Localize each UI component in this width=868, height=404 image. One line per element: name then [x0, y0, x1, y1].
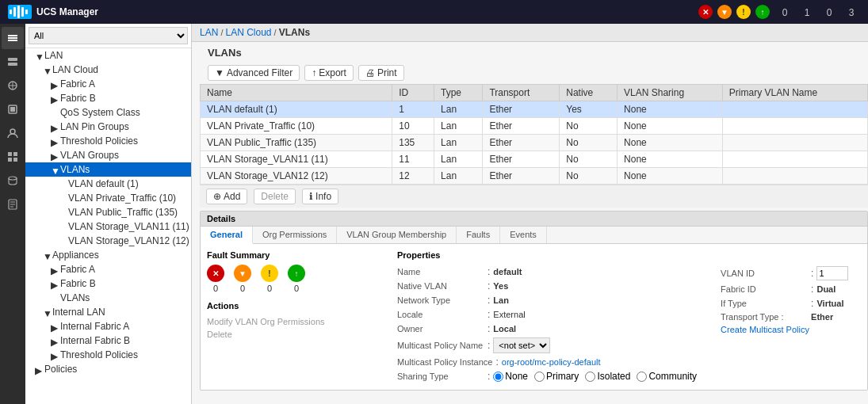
- nav-storage-icon[interactable]: [2, 170, 24, 192]
- info-button[interactable]: ℹ Info: [302, 189, 338, 204]
- tree-label: Appliances: [52, 250, 99, 261]
- tab-org-permissions[interactable]: Org Permissions: [253, 227, 337, 243]
- radio-isolated-input[interactable]: [585, 372, 595, 382]
- minor-count: 0: [820, 7, 838, 18]
- tree-item-vlan-groups[interactable]: ▶ VLAN Groups: [25, 148, 191, 162]
- tree-item-vlan-private[interactable]: ▶ VLAN Private_Traffic (10): [25, 191, 191, 205]
- radio-none[interactable]: None: [493, 371, 528, 382]
- tree-item-appliances[interactable]: ▼ Appliances: [25, 248, 191, 262]
- prop-native-vlan: Native VLAN : Yes: [397, 279, 697, 293]
- table-row[interactable]: VLAN Storage_VLAN12 (12) 12 Lan Ether No…: [201, 168, 868, 185]
- tree-item-fabric-b[interactable]: ▶ Fabric B: [25, 91, 191, 105]
- multicast-policy-select[interactable]: <not set>: [493, 337, 550, 353]
- nav-home-icon[interactable]: [2, 27, 24, 49]
- add-button[interactable]: ⊕ Add: [206, 189, 247, 204]
- expand-arrow-icon: ▼: [43, 308, 51, 316]
- add-label: Add: [224, 191, 240, 202]
- tab-vlan-group[interactable]: VLAN Group Membership: [337, 227, 457, 243]
- cell-id: 11: [392, 151, 434, 168]
- radio-community[interactable]: Community: [637, 371, 697, 382]
- nav-operations-icon[interactable]: [2, 146, 24, 168]
- properties-title: Properties: [397, 250, 861, 260]
- table-row[interactable]: VLAN Storage_VLAN11 (11) 11 Lan Ether No…: [201, 151, 868, 168]
- app-logo: UCS Manager: [8, 5, 98, 19]
- cell-primary: [722, 101, 867, 118]
- multicast-instance-link[interactable]: org-root/mc-policy-default: [502, 357, 601, 367]
- prop-locale-label: Locale: [397, 310, 484, 319]
- svg-rect-9: [8, 63, 17, 66]
- table-row[interactable]: VLAN default (1) 1 Lan Ether Yes None: [201, 101, 868, 118]
- advanced-filter-button[interactable]: ▼ Advanced Filter: [208, 65, 300, 81]
- cell-sharing: None: [618, 118, 723, 135]
- cell-native: No: [560, 135, 618, 151]
- prop-if-type: If Type : Virtual: [721, 296, 861, 311]
- tab-events[interactable]: Events: [500, 227, 547, 243]
- tree-item-vlans[interactable]: ▼ VLANs: [25, 162, 191, 177]
- breadcrumb-lan-cloud[interactable]: LAN Cloud: [226, 27, 272, 38]
- radio-none-input[interactable]: [493, 372, 503, 382]
- tree-item-app-vlans[interactable]: ▶ VLANs: [25, 291, 191, 305]
- tree-label: VLANs: [60, 292, 90, 303]
- prop-if-type-value: Virtual: [816, 299, 843, 308]
- prop-locale-value: External: [493, 310, 525, 319]
- tree-item-app-fabric-b[interactable]: ▶ Fabric B: [25, 276, 191, 291]
- radio-isolated[interactable]: Isolated: [585, 371, 630, 382]
- tree-item-lan[interactable]: ▼ LAN: [25, 48, 191, 63]
- export-button[interactable]: ↑ Export: [304, 65, 354, 81]
- tree-item-policies[interactable]: ▶ Policies: [25, 362, 191, 376]
- cell-native: Yes: [560, 101, 618, 118]
- breadcrumb-lan[interactable]: LAN: [200, 27, 218, 38]
- radio-primary-input[interactable]: [534, 372, 545, 382]
- tree-item-int-fabric-b[interactable]: ▶ Internal Fabric B: [25, 333, 191, 348]
- delete-button[interactable]: Delete: [254, 189, 296, 204]
- print-button[interactable]: 🖨 Print: [358, 65, 404, 81]
- nav-equipment-icon[interactable]: [2, 98, 24, 120]
- tree-item-int-threshold[interactable]: ▶ Threshold Policies: [25, 348, 191, 362]
- vlan-id-input[interactable]: [816, 266, 848, 280]
- tree-item-app-fabric-a[interactable]: ▶ Fabric A: [25, 262, 191, 276]
- tree-item-internal-lan[interactable]: ▼ Internal LAN: [25, 305, 191, 319]
- svg-rect-2: [17, 6, 20, 18]
- tree-item-vlan-public[interactable]: ▶ VLAN Public_Traffic (135): [25, 205, 191, 219]
- expand-arrow-icon: ▶: [51, 280, 59, 288]
- cell-id: 10: [392, 118, 434, 135]
- tab-general[interactable]: General: [201, 227, 253, 244]
- tree-item-qos[interactable]: ▶ QoS System Class: [25, 105, 191, 120]
- tree-item-fabric-a[interactable]: ▶ Fabric A: [25, 77, 191, 91]
- tree-item-threshold[interactable]: ▶ Threshold Policies: [25, 134, 191, 148]
- create-multicast-link[interactable]: Create Multicast Policy: [721, 325, 809, 334]
- tree-item-int-fabric-a[interactable]: ▶ Internal Fabric A: [25, 319, 191, 333]
- tree-item-vlan-storage12[interactable]: ▶ VLAN Storage_VLAN12 (12): [25, 234, 191, 248]
- radio-community-input[interactable]: [637, 372, 647, 382]
- status-counts: 0 1 0 3: [776, 7, 860, 18]
- prop-fabric-id: Fabric ID : Dual: [721, 282, 861, 296]
- tree-item-lan-pin[interactable]: ▶ LAN Pin Groups: [25, 120, 191, 134]
- fault-info-icon: ↑: [288, 265, 305, 282]
- prop-multicast-policy: Multicast Policy Name : <not set>: [397, 336, 697, 355]
- nav-server-icon[interactable]: [2, 51, 24, 73]
- table-row[interactable]: VLAN Public_Traffic (135) 135 Lan Ether …: [201, 135, 868, 151]
- table-row[interactable]: VLAN Private_Traffic (10) 10 Lan Ether N…: [201, 118, 868, 135]
- expand-arrow-icon: ▶: [51, 123, 59, 131]
- tree-item-lan-cloud[interactable]: ▼ LAN Cloud: [25, 63, 191, 77]
- nav-policy-icon[interactable]: [2, 193, 24, 215]
- breadcrumb-vlans: VLANs: [279, 27, 310, 38]
- cell-sharing: None: [618, 135, 723, 151]
- expand-arrow-icon: ▶: [35, 365, 43, 373]
- cell-sharing: None: [618, 151, 723, 168]
- nav-admin-icon[interactable]: [2, 122, 24, 144]
- filter-dropdown[interactable]: All LAN SAN Server: [29, 27, 188, 44]
- delete-action: Delete: [207, 328, 381, 341]
- tab-faults[interactable]: Faults: [457, 227, 500, 243]
- nav-network-icon[interactable]: [2, 74, 24, 97]
- radio-primary[interactable]: Primary: [534, 371, 579, 382]
- tree-item-vlan-storage11[interactable]: ▶ VLAN Storage_VLAN11 (11): [25, 219, 191, 234]
- cell-transport: Ether: [483, 135, 560, 151]
- cell-native: No: [560, 151, 618, 168]
- tree-label: Fabric B: [60, 93, 96, 104]
- prop-fabric-id-value: Dual: [816, 284, 835, 294]
- tree-item-vlan-default[interactable]: ▶ VLAN default (1): [25, 177, 191, 191]
- delete-label: Delete: [261, 191, 289, 202]
- col-transport: Transport: [483, 85, 560, 101]
- vlans-table: Name ID Type Transport Native VLAN Shari…: [200, 84, 868, 185]
